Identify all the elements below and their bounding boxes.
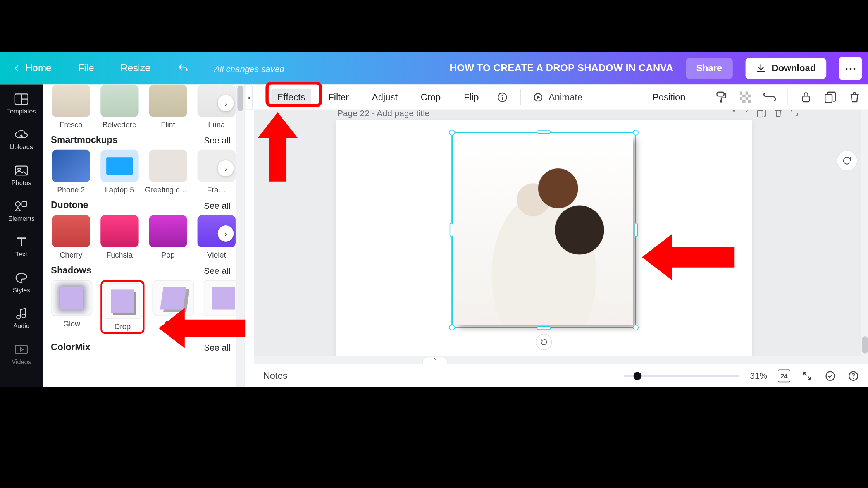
expand-bottom-button[interactable]: ˄	[422, 357, 447, 364]
collapse-panel-button[interactable]: ◂	[245, 84, 253, 110]
duotone-label: Pop	[161, 251, 174, 259]
page-up-button[interactable]: ˄	[732, 110, 736, 120]
resize-handle[interactable]	[537, 326, 551, 330]
duplicate-page-button[interactable]	[757, 110, 766, 120]
download-button[interactable]: Download	[745, 58, 826, 79]
resize-menu[interactable]: Resize	[115, 59, 156, 78]
shadow-glow[interactable]: Glow	[51, 280, 93, 334]
scroll-right-button[interactable]: ›	[218, 225, 234, 242]
position-button[interactable]: Position	[647, 88, 691, 106]
more-menu[interactable]: ⋯	[839, 57, 862, 80]
rail-videos[interactable]: Videos	[0, 337, 43, 372]
zoom-knob[interactable]	[633, 372, 641, 380]
rail-audio[interactable]: Audio	[0, 302, 43, 336]
duotone-item[interactable]: Fuchsia	[99, 215, 140, 259]
panel-scrollbar[interactable]	[236, 84, 244, 387]
rail-uploads[interactable]: Uploads	[0, 123, 43, 157]
file-menu[interactable]: File	[72, 59, 100, 78]
share-button[interactable]: Share	[686, 58, 732, 79]
see-all-link[interactable]: See all	[204, 266, 230, 275]
design-page[interactable]	[336, 120, 752, 357]
filter-item[interactable]: Flint	[148, 84, 188, 129]
trash-icon	[849, 91, 860, 103]
filter-item[interactable]: Fresco	[51, 84, 91, 129]
svg-rect-23	[748, 100, 751, 103]
duotone-item[interactable]: Pop	[148, 215, 188, 259]
page-count-button[interactable]: 24	[778, 369, 790, 382]
adjust-button[interactable]: Adjust	[366, 88, 403, 106]
link-button[interactable]	[763, 91, 776, 103]
home-button[interactable]: Home	[7, 59, 57, 78]
mockup-item[interactable]: Greeting car…	[148, 150, 188, 194]
filter-label: Flint	[161, 120, 175, 129]
resize-handle[interactable]	[537, 130, 551, 134]
expand-page-button[interactable]	[790, 110, 799, 120]
see-all-link[interactable]: See all	[204, 135, 230, 145]
design-title[interactable]: HOW TO CREATE A DROP SHADOW IN CANVA	[450, 63, 673, 74]
flip-button[interactable]: Flip	[458, 88, 484, 106]
rail-elements[interactable]: Elements	[0, 194, 43, 229]
resize-handle[interactable]	[449, 130, 455, 136]
trash-icon	[774, 110, 782, 117]
crop-button[interactable]: Crop	[415, 88, 446, 106]
see-all-link[interactable]: See all	[204, 342, 230, 352]
chevron-left-icon	[13, 64, 21, 72]
svg-rect-17	[746, 91, 748, 94]
mockup-item[interactable]: Phone 2	[51, 150, 91, 194]
rotate-handle[interactable]	[536, 334, 552, 350]
filter-item[interactable]: Belvedere	[99, 84, 140, 129]
photo-icon	[15, 165, 28, 176]
canvas-horizontal-scrollbar[interactable]	[254, 356, 868, 364]
notes-button[interactable]: Notes	[263, 371, 287, 381]
help-icon	[847, 370, 859, 381]
shadow-label: Angle	[164, 320, 183, 328]
help-button[interactable]	[847, 370, 860, 381]
section-title: Shadows	[51, 265, 91, 276]
info-button[interactable]	[496, 91, 509, 103]
animate-label: Animate	[549, 92, 582, 102]
svg-rect-22	[742, 100, 745, 103]
rail-text[interactable]: Text	[0, 230, 43, 265]
zoom-value[interactable]: 31%	[750, 371, 767, 380]
shadow-angle[interactable]: Angle	[153, 280, 195, 334]
animate-button[interactable]: Animate	[532, 91, 582, 103]
rail-templates[interactable]: Templates	[0, 87, 43, 121]
transparency-button[interactable]	[739, 91, 752, 103]
rail-photos[interactable]: Photos	[0, 158, 43, 193]
resize-handle[interactable]	[633, 325, 639, 330]
delete-page-button[interactable]	[774, 110, 782, 120]
lock-button[interactable]	[800, 91, 813, 103]
canvas-area[interactable]: Page 22 - Add page title ˄ ˅	[254, 110, 868, 372]
filter-button[interactable]: Filter	[322, 88, 355, 106]
resize-handle[interactable]	[449, 325, 455, 330]
copy-style-button[interactable]	[715, 91, 728, 103]
zoom-slider[interactable]	[624, 375, 740, 377]
undo-button[interactable]	[171, 59, 195, 78]
fullscreen-button[interactable]	[801, 371, 814, 380]
reset-view-button[interactable]	[837, 150, 858, 171]
rail-styles[interactable]: Styles	[0, 266, 43, 300]
canvas-vertical-scrollbar[interactable]	[861, 110, 868, 356]
resize-handle[interactable]	[635, 223, 638, 237]
mockup-item[interactable]: Laptop 5	[99, 150, 140, 194]
page-down-button[interactable]: ˅	[744, 110, 749, 120]
scroll-right-button[interactable]: ›	[218, 160, 234, 177]
selected-element[interactable]	[451, 132, 636, 328]
duplicate-button[interactable]	[824, 91, 837, 103]
checkmark-button[interactable]	[824, 370, 837, 381]
svg-point-7	[22, 314, 26, 318]
effects-button[interactable]: Effects	[271, 88, 311, 106]
puppy-image[interactable]	[455, 136, 633, 325]
delete-button[interactable]	[848, 91, 861, 103]
resize-handle[interactable]	[633, 130, 639, 136]
elements-icon	[14, 201, 28, 212]
rail-audio-label: Audio	[13, 322, 29, 329]
svg-rect-25	[825, 94, 832, 102]
scroll-right-button[interactable]: ›	[218, 95, 234, 111]
see-all-link[interactable]: See all	[204, 200, 230, 210]
shadow-drop[interactable]: Drop	[101, 280, 145, 334]
duotone-item[interactable]: Cherry	[51, 215, 91, 259]
page-title-input[interactable]: Page 22 - Add page title	[337, 110, 430, 118]
link-icon	[763, 93, 776, 101]
resize-handle[interactable]	[450, 223, 453, 237]
